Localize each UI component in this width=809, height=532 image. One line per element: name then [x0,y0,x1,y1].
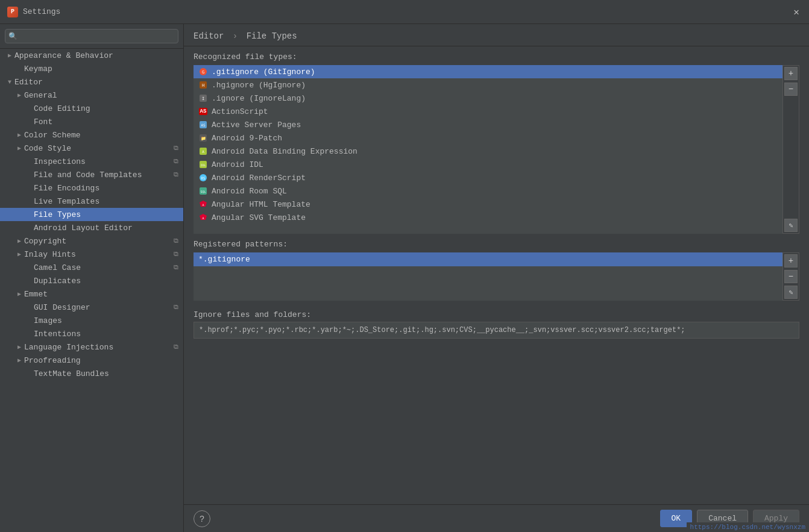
sidebar-item-label-proofreading: Proofreading [24,356,178,365]
sidebar-item-label-file-code-templates: File and Code Templates [34,171,171,180]
sidebar-item-editor[interactable]: ▼ Editor [0,75,183,89]
file-type-icon-angularsvg: A [198,213,208,222]
file-type-icon-asp: AS [198,120,208,130]
sidebar-item-intentions[interactable]: Intentions [0,327,183,340]
sidebar-item-textmate-bundles[interactable]: TextMate Bundles [0,367,183,380]
file-type-item-actionscript[interactable]: AS ActionScript [194,105,782,118]
remove-pattern-button[interactable]: − [784,270,798,283]
file-type-item-androididl[interactable]: IDL Android IDL [194,158,782,171]
file-type-icon-angularhtml: A [198,199,208,209]
svg-text:RS: RS [201,176,206,180]
add-file-type-button[interactable]: + [784,67,798,80]
sidebar-item-code-editing[interactable]: Code Editing [0,102,183,115]
close-button[interactable]: ✕ [791,4,802,20]
panel-content: Recognized file types: G .gitignore (Git… [184,46,809,504]
copy-icon-gui-designer: ⧉ [174,304,178,311]
sidebar-item-label-intentions: Intentions [34,330,178,339]
sidebar-item-keymap[interactable]: Keymap [0,62,183,75]
sidebar-item-inspections[interactable]: Inspections ⧉ [0,155,183,168]
file-type-label-angularsvg: Angular SVG Template [212,213,306,222]
breadcrumb-separator: › [233,31,243,41]
file-type-label-gitignore: .gitignore (GitIgnore) [212,67,315,77]
sidebar-item-code-style[interactable]: ▶ Code Style ⧉ [0,142,183,155]
file-type-item-android9patch[interactable]: 📁 Android 9-Patch [194,131,782,145]
file-type-label-ignorelang: .ignore (IgnoreLang) [212,94,306,103]
sidebar-item-color-scheme[interactable]: ▶ Color Scheme [0,128,183,142]
sidebar-item-file-types[interactable]: File Types [0,208,183,221]
pattern-item-gitignore[interactable]: *.gitignore [194,252,782,266]
file-type-item-angularsvg[interactable]: A Angular SVG Template [194,211,782,224]
sidebar-item-label-copyright: Copyright [24,237,171,246]
sidebar-item-emmet[interactable]: ▶ Emmet [0,287,183,301]
file-type-item-androiddata[interactable]: A Android Data Binding Expression [194,145,782,158]
expand-arrow-appearance: ▶ [5,51,14,60]
add-pattern-button[interactable]: + [784,254,798,268]
sidebar-item-label-gui-designer: GUI Designer [34,303,171,312]
sidebar-item-copyright[interactable]: ▶ Copyright ⧉ [0,234,183,248]
file-type-label-androidrs: Android RenderScript [212,174,306,183]
file-type-item-androidrs[interactable]: RS Android RenderScript [194,171,782,184]
sidebar-item-duplicates[interactable]: Duplicates [0,274,183,287]
breadcrumb-file-types: File Types [247,31,297,41]
sidebar-item-label-camel-case: Camel Case [34,263,171,272]
expand-arrow-code-editing [24,104,34,113]
search-box: 🔍 [0,24,183,49]
sidebar-item-general[interactable]: ▶ General [0,89,183,102]
sidebar-item-live-templates[interactable]: Live Templates [0,195,183,208]
sidebar-item-label-code-style: Code Style [24,144,171,153]
expand-arrow-duplicates [24,276,34,286]
expand-arrow-file-code-templates [24,170,34,180]
svg-text:SQL: SQL [200,190,206,193]
copy-icon-inlay-hints: ⧉ [174,251,178,258]
sidebar-item-label-inlay-hints: Inlay Hints [24,250,171,259]
search-input[interactable] [5,29,178,43]
sidebar-item-file-encodings[interactable]: File Encodings [0,181,183,195]
expand-arrow-font [24,117,34,127]
file-type-item-asp[interactable]: AS Active Server Pages [194,118,782,131]
patterns-list[interactable]: *.gitignore [194,252,782,301]
edit-pattern-button[interactable]: ✎ [784,286,798,299]
file-type-label-androididl: Android IDL [212,160,263,169]
settings-window: P Settings ✕ 🔍 ▶ Appearance & Behavior [0,0,809,532]
file-type-icon-androididl: IDL [198,160,208,169]
sidebar-item-label-duplicates: Duplicates [34,277,178,286]
file-type-item-hgignore[interactable]: H .hgignore (HgIgnore) [194,78,782,92]
file-type-icon-androidrs: RS [198,173,208,183]
sidebar-item-inlay-hints[interactable]: ▶ Inlay Hints ⧉ [0,248,183,261]
file-type-label-hgignore: .hgignore (HgIgnore) [212,81,306,90]
sidebar-item-proofreading[interactable]: ▶ Proofreading [0,354,183,367]
sidebar-item-language-injections[interactable]: ▶ Language Injections ⧉ [0,340,183,354]
file-type-item-androidroomsql[interactable]: SQL Android Room SQL [194,184,782,198]
breadcrumb: Editor › File Types [184,24,809,46]
sidebar-item-font[interactable]: Font [0,115,183,128]
file-type-label-android9patch: Android 9-Patch [212,134,282,143]
sidebar-item-label-live-templates: Live Templates [34,197,178,206]
sidebar-item-appearance[interactable]: ▶ Appearance & Behavior [0,49,183,62]
main-panel: Editor › File Types Recognized file type… [184,24,809,532]
remove-file-type-button[interactable]: − [784,83,798,96]
sidebar-item-file-code-templates[interactable]: File and Code Templates ⧉ [0,168,183,181]
help-button[interactable]: ? [194,510,210,527]
expand-arrow-images [24,316,34,325]
expand-arrow-color-scheme: ▶ [14,130,24,140]
file-type-label-androidroomsql: Android Room SQL [212,187,287,196]
ignore-files-input[interactable] [194,322,799,339]
file-type-label-asp: Active Server Pages [212,120,301,130]
edit-file-type-button[interactable]: ✎ [784,219,798,232]
file-type-item-ignorelang[interactable]: I .ignore (IgnoreLang) [194,92,782,105]
sidebar: 🔍 ▶ Appearance & Behavior Keymap ▼ [0,24,184,532]
sidebar-item-gui-designer[interactable]: GUI Designer ⧉ [0,301,183,314]
file-types-wrapper: G .gitignore (GitIgnore) H .hgignore (Hg… [194,65,799,234]
file-type-icon-gitignore: G [198,67,208,77]
file-type-item-gitignore[interactable]: G .gitignore (GitIgnore) [194,65,782,78]
patterns-wrapper: *.gitignore + − ✎ [194,252,799,301]
sidebar-item-camel-case[interactable]: Camel Case ⧉ [0,261,183,274]
expand-arrow-language-injections: ▶ [14,342,24,352]
file-types-list[interactable]: G .gitignore (GitIgnore) H .hgignore (Hg… [194,65,782,234]
file-type-item-angularhtml[interactable]: A Angular HTML Template [194,198,782,211]
sidebar-item-android-layout-editor[interactable]: Android Layout Editor [0,221,183,234]
svg-text:H: H [202,83,204,88]
sidebar-item-images[interactable]: Images [0,314,183,327]
breadcrumb-editor: Editor [194,31,224,41]
expand-arrow-general: ▶ [14,90,24,100]
